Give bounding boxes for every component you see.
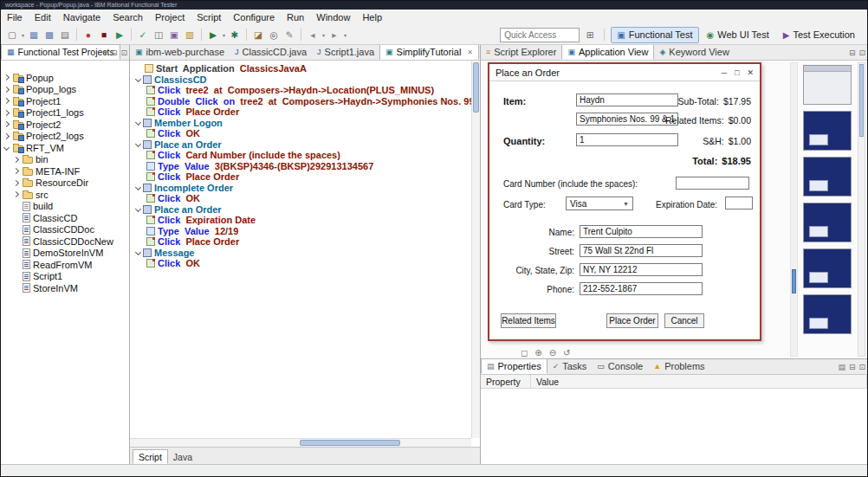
tree-item-bin[interactable]: bin — [1, 154, 129, 166]
toolbar-forward-icon[interactable]: ▸ — [327, 28, 341, 42]
toolbar-stop-icon[interactable]: ■ — [97, 28, 111, 42]
minimize-icon[interactable]: ⊟ — [849, 48, 856, 57]
menu-item-window[interactable]: Window — [310, 10, 356, 25]
toolbar-new-icon[interactable]: ▢ — [5, 28, 19, 42]
dialog-maximize-icon[interactable]: □ — [735, 68, 739, 77]
screenshot-thumbnail[interactable] — [803, 157, 852, 197]
scrollbar-thumb[interactable] — [792, 269, 796, 293]
tree-item-popup[interactable]: Popup — [1, 72, 129, 84]
toolbar-play-icon[interactable]: ▶ — [113, 28, 126, 42]
chevron-down-icon[interactable] — [135, 141, 141, 147]
toolbar-script-support-icon[interactable]: ▣ — [167, 28, 181, 42]
toolbar-dataset-icon[interactable]: ▥ — [183, 28, 197, 42]
toolbar-record-icon[interactable]: ● — [81, 28, 95, 42]
application-view-scrollbar[interactable] — [790, 62, 798, 357]
tree-item-project1-logs[interactable]: Project1_logs — [1, 107, 129, 119]
editor-vertical-scrollbar[interactable] — [471, 61, 480, 438]
chevron-down-icon[interactable] — [3, 145, 10, 151]
screenshot-thumbnail[interactable] — [803, 294, 852, 334]
perspective-functional-test[interactable]: ▣Functional Test — [611, 27, 698, 43]
chevron-right-icon[interactable] — [13, 180, 19, 186]
view-tab-application-view[interactable]: ▣Application View — [561, 45, 654, 60]
tree-item-meta-inf[interactable]: META-INF — [1, 165, 129, 177]
tab-functional-test-projects[interactable]: ▦ Functional Test Projects — [1, 44, 120, 60]
chevron-right-icon[interactable] — [3, 98, 10, 104]
minimize-icon[interactable]: ⊟ — [111, 48, 118, 57]
dialog-titlebar[interactable]: Place an Order ─ □ ✕ — [489, 64, 760, 81]
screenshot-thumbnail[interactable] — [803, 203, 852, 242]
close-icon[interactable]: ✕ — [467, 48, 473, 56]
script-line[interactable]: Click OK — [130, 258, 471, 269]
tree-item-project1[interactable]: Project1 — [1, 95, 129, 107]
quantity-input[interactable] — [576, 133, 678, 146]
script-line[interactable]: Place an Order — [130, 204, 471, 216]
menu-item-help[interactable]: Help — [356, 10, 388, 25]
toolbar-back-dropdown-icon[interactable]: ▾ — [321, 32, 327, 38]
open-perspective-icon[interactable]: ⊞ — [583, 28, 597, 42]
menu-item-search[interactable]: Search — [107, 10, 149, 25]
maximize-icon[interactable]: ⊡ — [858, 363, 865, 371]
menu-item-run[interactable]: Run — [281, 10, 310, 25]
script-line[interactable]: Click tree2 at Composers->Haydn->Locatio… — [130, 85, 471, 96]
view-menu-icon[interactable]: ▾ — [103, 48, 107, 57]
script-line[interactable]: Click OK — [130, 193, 471, 204]
select-mode-icon[interactable]: ◻ — [521, 348, 528, 358]
toolbar-search-icon[interactable]: ◎ — [267, 28, 281, 42]
chevron-right-icon[interactable] — [13, 191, 19, 197]
chevron-right-icon[interactable] — [3, 121, 10, 127]
script-line[interactable]: Click Card Number (include the spaces) — [130, 150, 471, 161]
script-line[interactable]: Double Click on tree2 at Composers->Hayd… — [130, 96, 471, 107]
view-tab-script-explorer[interactable]: ≡Script Explorer — [481, 45, 561, 60]
tree-item-rft-vm[interactable]: RFT_VM — [1, 142, 129, 154]
toolbar-debug-icon[interactable]: ✱ — [228, 28, 242, 42]
toolbar-new-project-icon[interactable]: ◪ — [251, 28, 265, 42]
editor-mode-tab-script[interactable]: Script — [133, 449, 168, 464]
toolbar-run-script-dropdown-icon[interactable]: ▾ — [221, 32, 227, 38]
street-input[interactable] — [580, 244, 703, 257]
tree-item-project2[interactable]: Project2 — [1, 119, 129, 131]
property-column-header[interactable]: Property — [481, 375, 531, 388]
toolbar-print-icon[interactable]: ▤ — [58, 28, 72, 42]
scrollbar-thumb[interactable] — [859, 64, 864, 137]
name-input[interactable] — [580, 225, 703, 238]
tree-item-storeinvm[interactable]: StoreInVM — [1, 282, 129, 294]
chevron-right-icon[interactable] — [13, 168, 19, 174]
city-state-zip-input[interactable] — [580, 263, 703, 276]
screenshot-thumbnail[interactable] — [803, 111, 852, 151]
view-menu-icon[interactable]: ▤ — [838, 363, 845, 371]
chevron-right-icon[interactable] — [3, 74, 10, 81]
tree-item-script1[interactable]: Script1 — [1, 271, 129, 283]
screenshot-thumbnail[interactable] — [803, 248, 852, 288]
scrollbar-thumb[interactable] — [473, 62, 479, 113]
tree-item-src[interactable]: src — [1, 189, 129, 201]
script-line[interactable]: Place an Order — [130, 139, 471, 151]
chevron-down-icon[interactable] — [135, 206, 141, 212]
related-items-button[interactable]: Related Items — [501, 313, 556, 328]
editor-tab-ibm-web-purchase[interactable]: ▣ibm-web-purchase — [130, 45, 230, 60]
refresh-icon[interactable]: ↺ — [563, 348, 570, 358]
tree-item-classiccddoc[interactable]: ClassicCDDoc — [1, 224, 129, 236]
editor-tab-classiccd-java[interactable]: JClassicCD.java — [230, 45, 312, 60]
menu-item-script[interactable]: Script — [191, 10, 227, 25]
editor-tab-simplifytutorial[interactable]: ▣SimplifyTutorial✕ — [379, 45, 479, 60]
script-line[interactable]: Click Place Order — [130, 106, 471, 118]
value-column-header[interactable]: Value — [531, 375, 867, 388]
toolbar-run-script-icon[interactable]: ▶ — [206, 28, 220, 42]
script-line[interactable]: ClassicsCD — [130, 74, 471, 86]
maximize-icon[interactable]: ⊡ — [120, 48, 127, 57]
minimize-icon[interactable]: ⊟ — [849, 363, 856, 371]
dialog-close-icon[interactable]: ✕ — [747, 68, 754, 77]
script-line[interactable]: Click Expiration Date — [130, 215, 471, 226]
menu-item-edit[interactable]: Edit — [29, 10, 57, 25]
script-line[interactable]: Start Application ClassicsJavaA — [130, 63, 471, 74]
editor-mode-tab-java[interactable]: Java — [168, 449, 198, 464]
card-number-input[interactable] — [676, 177, 749, 190]
toolbar-object-map-icon[interactable]: ◫ — [152, 28, 165, 42]
menu-item-navigate[interactable]: Navigate — [57, 10, 107, 25]
place-order-button[interactable]: Place Order — [606, 313, 658, 328]
chevron-right-icon[interactable] — [3, 87, 10, 93]
view-tab-tasks[interactable]: ✓Tasks — [547, 358, 593, 374]
tree-item-resourcedir[interactable]: ResourceDir — [1, 177, 129, 190]
editor-tab-script1-java[interactable]: JScript1.java — [312, 45, 379, 60]
script-line[interactable]: Type Value 12/19 — [130, 226, 471, 237]
